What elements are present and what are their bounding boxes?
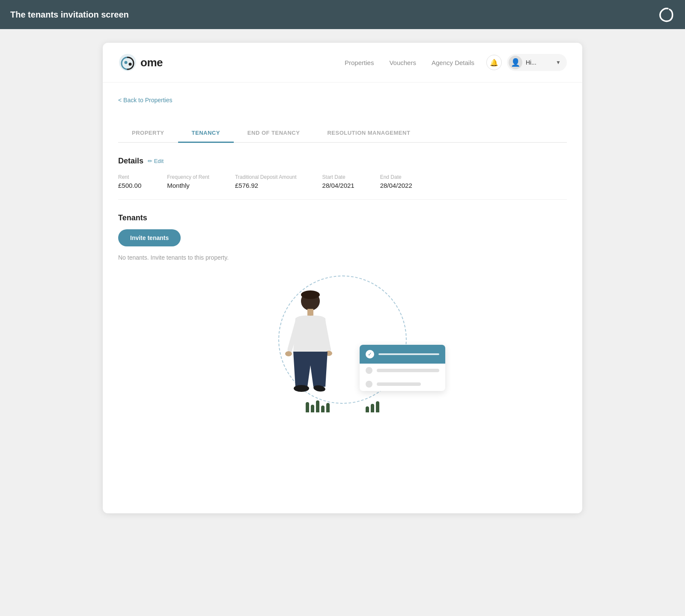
- form-card-row-1: [360, 364, 445, 377]
- bell-button[interactable]: 🔔: [486, 55, 502, 70]
- svg-point-4: [301, 290, 320, 299]
- edit-details-link[interactable]: ✏ Edit: [148, 158, 164, 164]
- bell-icon: 🔔: [490, 59, 498, 67]
- page-label: The tenants invitation screen: [10, 10, 129, 20]
- detail-frequency-value: Monthly: [167, 182, 209, 189]
- grass-blade-5: [326, 403, 330, 412]
- detail-deposit-value: £576.92: [235, 182, 297, 189]
- form-row-bar-2: [377, 382, 421, 386]
- tab-end-of-tenancy[interactable]: END OF TENANCY: [234, 124, 314, 142]
- nav-agency-details[interactable]: Agency Details: [432, 59, 474, 66]
- detail-rent-value: £500.00: [118, 182, 141, 189]
- grass-blade-4: [321, 406, 325, 412]
- tab-property[interactable]: PROPERTY: [118, 124, 178, 142]
- user-avatar-icon: 👤: [509, 56, 522, 69]
- top-bar: The tenants invitation screen: [0, 0, 685, 29]
- nav-properties[interactable]: Properties: [345, 59, 374, 66]
- content-area: < Back to Properties PROPERTY TENANCY EN…: [103, 83, 582, 408]
- illustration-area: ✓: [118, 271, 567, 408]
- tab-resolution-management[interactable]: RESOLUTION MANAGEMENT: [313, 124, 424, 142]
- logo-area: ome: [118, 53, 163, 72]
- details-section-header: Details ✏ Edit: [118, 157, 567, 166]
- detail-end-value: 28/04/2022: [380, 182, 412, 189]
- detail-end-date: End Date 28/04/2022: [380, 174, 412, 189]
- user-avatar-glyph: 👤: [511, 58, 520, 67]
- nav-actions: 🔔 👤 Hi... ▼: [486, 54, 567, 71]
- grass-decoration: [306, 400, 379, 412]
- tenants-section: Tenants Invite tenants No tenants. Invit…: [118, 213, 567, 408]
- svg-point-1: [125, 61, 128, 64]
- user-dropdown[interactable]: 👤 Hi... ▼: [507, 54, 567, 71]
- detail-end-label: End Date: [380, 174, 412, 180]
- form-card-header: ✓: [360, 345, 445, 364]
- dropdown-arrow-icon: ▼: [556, 59, 561, 65]
- form-card-check-icon: ✓: [366, 350, 374, 358]
- logo-text: ome: [140, 56, 163, 69]
- tab-tenancy[interactable]: TENANCY: [178, 124, 234, 143]
- svg-point-6: [285, 351, 292, 356]
- tenants-title: Tenants: [118, 213, 567, 222]
- no-tenants-message: No tenants. Invite tenants to this prope…: [118, 254, 567, 261]
- detail-deposit: Traditional Deposit Amount £576.92: [235, 174, 297, 189]
- detail-start-date: Start Date 28/04/2021: [322, 174, 354, 189]
- user-greeting: Hi...: [526, 59, 552, 66]
- form-card-line: [378, 353, 439, 355]
- grass-blade-3: [316, 400, 319, 412]
- svg-rect-5: [307, 309, 313, 316]
- detail-rent: Rent £500.00: [118, 174, 141, 189]
- back-to-properties-link[interactable]: < Back to Properties: [118, 97, 172, 104]
- detail-frequency: Frequency of Rent Monthly: [167, 174, 209, 189]
- form-row-dot-1: [366, 367, 372, 374]
- tabs: PROPERTY TENANCY END OF TENANCY RESOLUTI…: [118, 124, 567, 143]
- details-grid: Rent £500.00 Frequency of Rent Monthly T…: [118, 174, 567, 189]
- ome-logo-icon: [118, 53, 137, 72]
- detail-deposit-label: Traditional Deposit Amount: [235, 174, 297, 180]
- nav-vouchers[interactable]: Vouchers: [389, 59, 416, 66]
- nav-header: ome Properties Vouchers Agency Details 🔔…: [103, 43, 582, 83]
- svg-point-8: [294, 385, 309, 392]
- details-title: Details: [118, 157, 143, 166]
- form-card-illustration: ✓: [360, 345, 445, 391]
- nav-links: Properties Vouchers Agency Details: [345, 59, 474, 66]
- detail-start-value: 28/04/2021: [322, 182, 354, 189]
- grass-blade-2: [311, 405, 314, 412]
- person-illustration: [283, 284, 338, 408]
- form-row-bar-1: [377, 369, 439, 372]
- grass-blade-1: [306, 402, 309, 412]
- main-card: ome Properties Vouchers Agency Details 🔔…: [103, 43, 582, 513]
- invite-tenants-button[interactable]: Invite tenants: [118, 229, 181, 246]
- grass-blade-6: [366, 406, 369, 412]
- grass-blade-8: [376, 401, 379, 412]
- top-bar-logo-icon: [658, 6, 675, 23]
- detail-start-label: Start Date: [322, 174, 354, 180]
- details-section: Details ✏ Edit Rent £500.00 Frequency of…: [118, 157, 567, 200]
- detail-frequency-label: Frequency of Rent: [167, 174, 209, 180]
- svg-point-2: [129, 63, 132, 66]
- grass-blade-7: [371, 404, 374, 412]
- form-card-row-2: [360, 377, 445, 391]
- detail-rent-label: Rent: [118, 174, 141, 180]
- form-row-dot-2: [366, 381, 372, 388]
